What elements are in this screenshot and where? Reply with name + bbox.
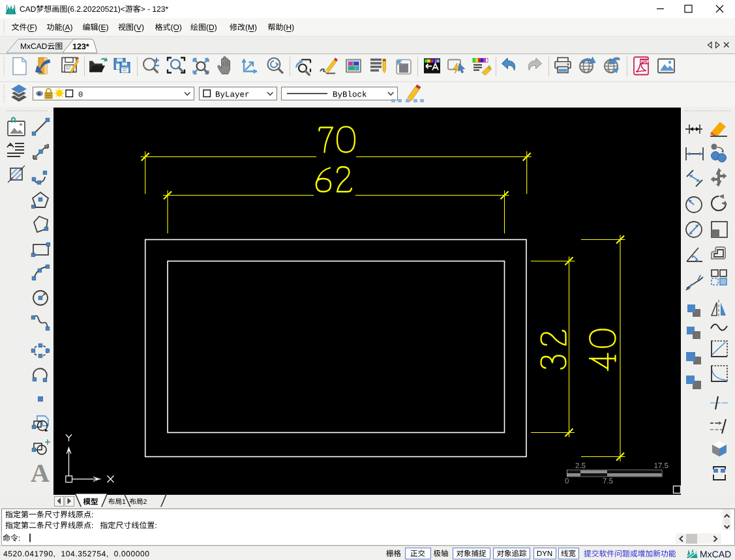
svg-text:PDF: PDF	[640, 59, 650, 64]
svg-text:A: A	[31, 458, 50, 488]
